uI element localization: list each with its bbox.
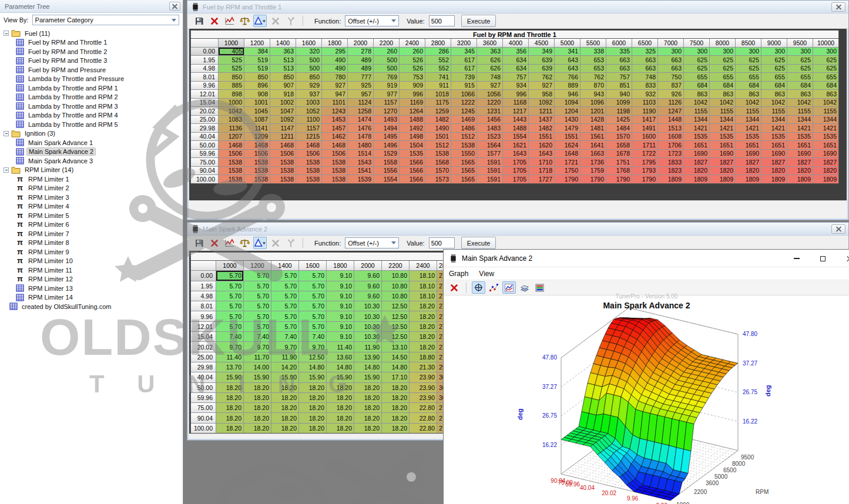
grid-cell[interactable]: 5.70 (216, 271, 243, 280)
grid-cell[interactable]: 341 (555, 48, 580, 56)
column-header[interactable]: 2200 (374, 39, 399, 47)
grid-cell[interactable]: 1705 (503, 167, 528, 175)
grid-cell[interactable]: 14.80 (382, 362, 409, 372)
grid-cell[interactable]: 525 (219, 56, 244, 64)
grid-cell[interactable]: 1506 (322, 150, 347, 158)
tree-item[interactable]: Fuel by RPM and Throttle 2 (0, 47, 183, 56)
grid-cell[interactable]: 1566 (400, 167, 425, 175)
grid-cell[interactable]: 663 (658, 56, 683, 64)
grid-cell[interactable]: 1820 (736, 167, 761, 175)
grid-cell[interactable]: 9.60 (354, 291, 381, 301)
row-header[interactable]: 59.96 (191, 150, 218, 158)
grid-cell[interactable]: 1066 (451, 90, 476, 98)
grid-cell[interactable]: 863 (813, 90, 838, 98)
expand-collapse-icon[interactable] (4, 167, 9, 173)
column-header[interactable]: 2000 (354, 261, 381, 270)
grid-cell[interactable]: 1651 (787, 141, 813, 149)
tree-item[interactable]: Ignition (3) (0, 129, 183, 139)
grid-cell[interactable]: 356 (503, 48, 528, 56)
spark-surface-plot[interactable]: 16.2216.2226.7526.7537.2737.2747.8047.80… (444, 295, 849, 504)
grid-cell[interactable]: 325 (632, 48, 657, 56)
minimize-button[interactable] (783, 250, 810, 267)
grid-cell[interactable]: 1651 (761, 141, 787, 149)
grid-cell[interactable]: 958 (529, 90, 554, 98)
grid-cell[interactable]: 5.70 (299, 301, 326, 311)
grid-cell[interactable]: 18.20 (271, 393, 298, 402)
expand-collapse-icon[interactable] (4, 31, 9, 36)
grid-cell[interactable]: 5.70 (271, 322, 298, 331)
grid-cell[interactable]: 1570 (606, 133, 632, 141)
grid-cell[interactable]: 22.80 (410, 403, 437, 412)
execute-button[interactable]: Execute (461, 237, 496, 249)
grid-cell[interactable]: 9.60 (354, 271, 381, 280)
grid-cell[interactable]: 1568 (425, 158, 451, 166)
grid-cell[interactable]: 18.10 (410, 281, 437, 291)
grid-cell[interactable]: 1484 (606, 124, 632, 132)
tree-item[interactable]: Fuel by RPM and Throttle 3 (0, 56, 183, 66)
grid-cell[interactable]: 18.20 (382, 383, 409, 392)
grid-cell[interactable]: 1457 (322, 124, 347, 132)
grid-cell[interactable]: 1820 (684, 167, 709, 175)
grid-cell[interactable]: 684 (684, 82, 709, 90)
color-bands-icon[interactable] (533, 281, 546, 294)
row-header[interactable]: 1.95 (191, 56, 218, 64)
menu-view[interactable]: View (474, 270, 499, 278)
grid-cell[interactable]: 13.10 (382, 342, 409, 351)
grid-cell[interactable]: 1175 (425, 99, 451, 107)
grid-cell[interactable]: 1204 (555, 107, 580, 115)
tree-item[interactable]: πRPM Limiter 7 (0, 229, 183, 238)
grid-cell[interactable]: 1481 (580, 124, 606, 132)
grid-cell[interactable]: 625 (787, 65, 813, 73)
grid-cell[interactable]: 18.20 (354, 413, 381, 422)
expand-collapse-icon[interactable] (4, 131, 9, 136)
grid-cell[interactable]: 526 (400, 56, 425, 64)
row-header[interactable]: 4.98 (191, 65, 218, 73)
grid-cell[interactable]: 1476 (348, 124, 373, 132)
tree-item[interactable]: πRPM Limiter 10 (0, 257, 183, 266)
grid-cell[interactable]: 1492 (400, 124, 425, 132)
grid-cell[interactable]: 1624 (555, 141, 580, 149)
close-icon[interactable] (169, 2, 180, 11)
grid-cell[interactable]: 1711 (632, 141, 657, 149)
grid-cell[interactable]: 1155 (787, 107, 813, 115)
column-header[interactable]: 1800 (322, 39, 347, 47)
grid-cell[interactable]: 1690 (787, 150, 813, 158)
grid-cell[interactable]: 617 (451, 56, 476, 64)
grid-cell[interactable]: 1591 (477, 158, 502, 166)
grid-cell[interactable]: 1651 (710, 141, 735, 149)
grid-cell[interactable]: 1042 (710, 99, 735, 107)
grid-cell[interactable]: 300 (787, 48, 813, 56)
grid-cell[interactable]: 295 (322, 48, 347, 56)
row-header[interactable]: 12.01 (191, 90, 218, 98)
column-header[interactable]: 9500 (787, 39, 813, 47)
grid-cell[interactable]: 907 (270, 82, 296, 90)
column-header[interactable]: 5500 (580, 39, 606, 47)
grid-cell[interactable]: 762 (529, 73, 554, 81)
grid-cell[interactable]: 500 (296, 65, 321, 73)
column-header[interactable]: 1400 (271, 261, 298, 270)
surface-3d-icon[interactable] (518, 281, 531, 294)
grid-cell[interactable]: 1790 (580, 175, 606, 183)
grid-cell[interactable]: 1018 (425, 90, 451, 98)
column-header[interactable]: 4000 (503, 39, 528, 47)
grid-cell[interactable]: 18.20 (354, 403, 381, 412)
grid-cell[interactable]: 7.40 (216, 332, 243, 341)
grid-cell[interactable]: 927 (477, 82, 502, 90)
grid-cell[interactable]: 1478 (348, 133, 373, 141)
grid-cell[interactable]: 349 (529, 48, 554, 56)
grid-cell[interactable]: 15.90 (216, 372, 243, 382)
grid-cell[interactable]: 684 (761, 82, 787, 90)
grid-cell[interactable]: 1468 (296, 141, 321, 149)
grid-cell[interactable]: 947 (322, 90, 347, 98)
grid-cell[interactable]: 1538 (322, 167, 347, 175)
grid-cell[interactable]: 9.70 (244, 342, 271, 351)
grid-cell[interactable]: 5.70 (216, 281, 243, 291)
grid-cell[interactable]: 625 (787, 56, 813, 64)
grid-cell[interactable]: 1538 (244, 158, 270, 166)
grid-cell[interactable]: 639 (529, 56, 554, 64)
grid-cell[interactable]: 12.50 (382, 322, 409, 331)
grid-cell[interactable]: 513 (270, 56, 296, 64)
column-header[interactable]: 1000 (216, 261, 243, 270)
grid-cell[interactable]: 625 (813, 65, 838, 73)
grid-cell[interactable]: 1124 (348, 99, 373, 107)
